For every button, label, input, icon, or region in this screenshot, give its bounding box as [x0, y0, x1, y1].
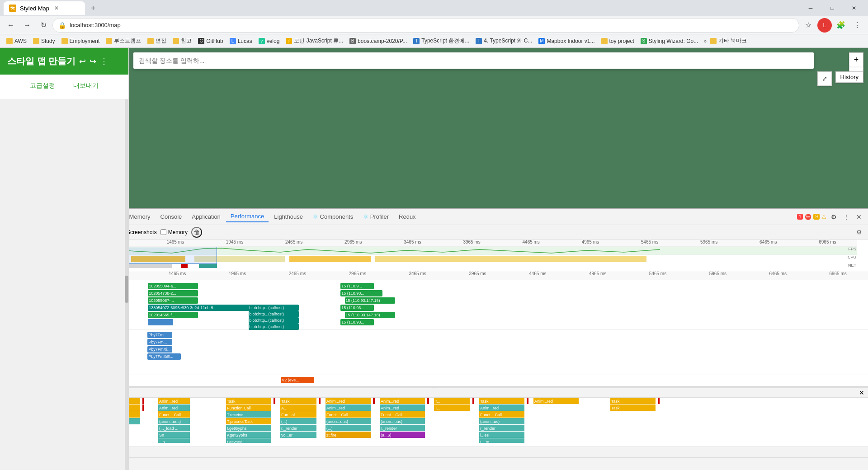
net-item-15c: 15 (110.93.147.18): [345, 297, 395, 304]
main-thread-header[interactable]: ▾ Main — http://localhost:3000/map ✕: [0, 388, 868, 398]
svg-rect-36: [375, 256, 646, 262]
svg-text:(anon...us): (anon...us): [480, 419, 500, 424]
advanced-settings-link[interactable]: 고급설정: [30, 82, 55, 92]
net-item-15e: 15 (110.93.147.18): [345, 312, 395, 318]
history-btn[interactable]: History: [835, 71, 863, 83]
svg-text:Anim...red: Anim...red: [159, 406, 178, 410]
close-devtools-icon[interactable]: ✕: [854, 212, 864, 222]
extensions-btn[interactable]: 🧩: [834, 18, 848, 33]
url-text: localhost:3000/map: [70, 22, 121, 28]
restore-btn[interactable]: □: [822, 1, 843, 15]
reload-btn[interactable]: ↻: [36, 18, 51, 33]
scroll-indicator[interactable]: [125, 99, 128, 470]
bookmark-other[interactable]: 기타 북마크: [708, 36, 750, 46]
svg-rect-39: [181, 263, 188, 268]
bookmark-js[interactable]: ⚡ 모던 JavaScript 류...: [283, 36, 346, 46]
undo-icon[interactable]: ↩: [79, 56, 86, 66]
search-input[interactable]: [133, 52, 814, 69]
tab-title: Styled Map: [20, 5, 49, 12]
svg-rect-59: [373, 398, 375, 404]
tab-components[interactable]: ⚛ Components: [308, 212, 358, 222]
bookmark-ts[interactable]: T TypeScript 환경에...: [410, 36, 472, 46]
svg-text:l...es: l...es: [480, 433, 489, 437]
bookmark-aws[interactable]: AWS: [4, 37, 29, 45]
lock-icon: 🔒: [58, 22, 66, 29]
forward-btn[interactable]: →: [20, 18, 34, 33]
bookmark-toy[interactable]: toy project: [599, 37, 637, 45]
svg-text:Task: Task: [227, 399, 236, 404]
tab-performance[interactable]: Performance: [226, 211, 269, 222]
pby4: Pby7FmXiE...: [147, 353, 181, 360]
settings-icon[interactable]: ⚙: [828, 212, 839, 222]
bookmark-boostcamp[interactable]: 부스트캠프: [103, 36, 144, 46]
bookmark-lucas[interactable]: L Lucas: [227, 37, 255, 45]
svg-text:Anim...red: Anim...red: [326, 406, 345, 410]
folder-icon: [173, 38, 179, 44]
svg-text:Anim...red: Anim...red: [159, 399, 178, 404]
more-options-icon[interactable]: ⋮: [841, 212, 852, 222]
new-tab-btn[interactable]: +: [87, 2, 99, 14]
svg-rect-68: [527, 398, 528, 404]
bookmark-employment[interactable]: Employment: [59, 37, 103, 45]
bookmark-ts2[interactable]: T 4. TypeScript 와 C...: [473, 36, 535, 46]
svg-text:Task: Task: [611, 399, 620, 404]
settings-btn[interactable]: ⋮: [850, 18, 864, 33]
tab-redux[interactable]: Redux: [394, 212, 420, 222]
export-link[interactable]: 내보내기: [73, 82, 99, 92]
bookmark-github[interactable]: G GitHub: [195, 37, 226, 45]
redo-icon[interactable]: ↪: [90, 56, 96, 66]
pby1: Pby7Fm...: [147, 332, 172, 338]
panel-header: 스타일 맵 만들기 ↩ ↪ ⋮: [0, 48, 128, 75]
trash-btn[interactable]: 🗑: [191, 227, 202, 238]
bookmark-ref[interactable]: 참고: [170, 36, 194, 46]
tab-close-btn[interactable]: ✕: [53, 5, 60, 12]
panel-menu: 고급설정 내보내기: [0, 75, 128, 99]
svg-text:Function Call: Function Call: [227, 406, 251, 410]
bookmark-btn[interactable]: ☆: [801, 18, 816, 33]
zoom-in-btn[interactable]: +: [849, 52, 863, 67]
bookmark-bar: AWS Study Employment 부스트캠프 면접 참고 G GitHu…: [0, 34, 868, 48]
net-item-3: 102055087-...: [148, 297, 198, 304]
collapse-btn[interactable]: ✕: [859, 389, 864, 396]
bookmark-boostcamp2[interactable]: B boostcamp-2020/P...: [347, 37, 410, 45]
devtools-header: ⬚ 📱 Elements Sources Network Memory Cons…: [0, 209, 868, 225]
more-options-icon[interactable]: ⋮: [100, 56, 108, 66]
bookmark-styling[interactable]: S Styling Wizard: Go...: [638, 37, 701, 45]
tab-profiler[interactable]: ⚛ Profiler: [359, 212, 393, 222]
tab-console[interactable]: Console: [156, 212, 187, 222]
svg-text:y.getGyphs: y.getGyphs: [227, 433, 247, 437]
ts-icon: T: [413, 38, 420, 44]
net-item-15a: 15 (110.9...: [340, 283, 374, 289]
tab-application[interactable]: Application: [187, 212, 225, 222]
net-item-15b: 15 (110.93...: [340, 290, 382, 296]
svg-rect-48: [142, 398, 144, 404]
fullscreen-btn[interactable]: ⤢: [817, 71, 832, 86]
timeline-content[interactable]: 465 ms 965 ms 1465 ms 1965 ms 2465 ms 29…: [27, 271, 868, 386]
net-blob-2: blob:http...(calhost): [249, 311, 299, 317]
svg-rect-35: [289, 256, 371, 262]
folder-icon: [147, 38, 154, 44]
memory-checkbox[interactable]: Memory: [160, 229, 188, 235]
close-btn[interactable]: ✕: [844, 1, 864, 15]
bookmark-study[interactable]: Study: [30, 37, 58, 45]
svg-text:Funct... Call: Funct... Call: [159, 413, 181, 417]
bookmark-interview[interactable]: 면접: [145, 36, 169, 46]
svg-text:Anim...red: Anim...red: [326, 399, 345, 404]
bookmark-mapbox[interactable]: M Mapbox Indoor v1...: [536, 37, 597, 45]
mapbox-icon: M: [538, 38, 545, 44]
settings-icon-right[interactable]: ⚙: [854, 227, 864, 238]
github-icon: G: [198, 38, 204, 44]
svg-text:T...: T...: [435, 406, 440, 410]
window-controls: ─ □ ✕: [800, 1, 864, 15]
tab-lighthouse[interactable]: Lighthouse: [269, 212, 307, 222]
back-btn[interactable]: ←: [4, 18, 18, 33]
browser-tab[interactable]: 🗺 Styled Map ✕: [4, 1, 85, 15]
tab-memory[interactable]: Memory: [125, 212, 155, 222]
selection-range[interactable]: [118, 247, 217, 264]
v2-section: V2 (eve...: [27, 375, 868, 385]
warn-icon: ⚠: [821, 214, 826, 220]
minimize-btn[interactable]: ─: [800, 1, 821, 15]
profile-btn[interactable]: L: [817, 18, 832, 33]
bookmark-velog[interactable]: v velog: [256, 37, 283, 45]
address-bar[interactable]: 🔒 localhost:3000/map: [52, 18, 799, 33]
